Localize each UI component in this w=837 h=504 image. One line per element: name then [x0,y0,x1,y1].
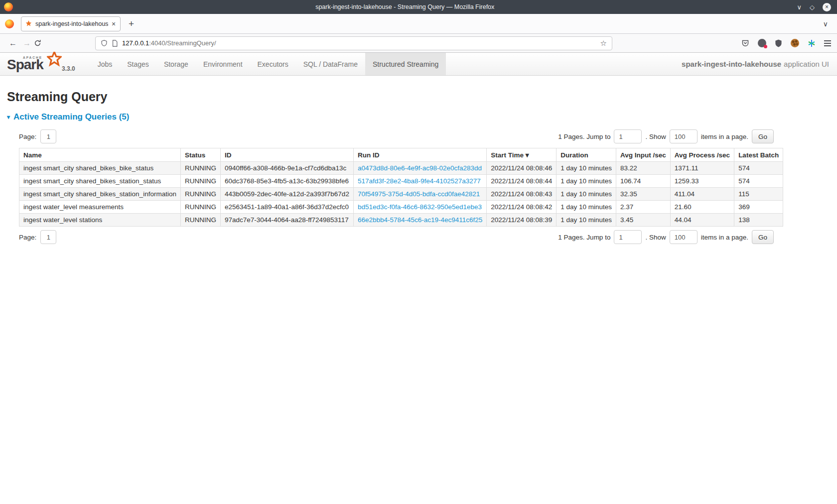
query-avg-input: 83.22 [616,162,671,175]
show-label: . Show [645,133,666,140]
tab-structured-streaming[interactable]: Structured Streaming [365,53,446,75]
url-text[interactable]: 127.0.0.1:4040/StreamingQuery/ [122,39,596,47]
column-header-name[interactable]: Name [19,148,181,162]
query-avg-input: 2.37 [616,201,671,214]
extension-asterisk-icon[interactable] [808,39,816,47]
query-status: RUNNING [180,162,220,175]
spark-favicon [25,20,32,27]
list-tabs-icon[interactable]: ∨ [823,20,828,28]
spark-navbar: APACHE Spark 3.3.0 Jobs Stages Storage E… [0,53,837,76]
spark-star-icon [47,52,62,67]
maximize-icon[interactable]: ◇ [810,3,815,11]
items-per-page-input[interactable] [670,230,698,244]
url-bar[interactable]: 127.0.0.1:4040/StreamingQuery/ ☆ [95,36,612,50]
window-titlebar: spark-ingest-into-lakehouse - Streaming … [0,0,837,14]
page-input[interactable] [40,129,56,143]
query-id: 60dc3768-85e3-4fb5-a13c-63b29938bfe6 [220,175,353,188]
go-button[interactable]: Go [752,129,774,143]
close-icon[interactable]: × [823,3,831,11]
tab-jobs[interactable]: Jobs [90,53,120,75]
tab-environment[interactable]: Environment [196,53,250,75]
page-input[interactable] [40,230,56,244]
forward-icon[interactable]: → [20,39,34,48]
tab-storage[interactable]: Storage [156,53,196,75]
run-id-link[interactable]: a0473d8d-80e6-4e9f-ac98-02e0cfa283dd [358,164,482,172]
query-duration: 1 day 10 minutes [557,162,616,175]
query-avg-input: 106.74 [616,175,671,188]
query-latest-batch: 138 [734,214,783,227]
jump-to-input[interactable] [614,230,642,244]
query-start-time: 2022/11/24 08:08:39 [487,214,557,227]
cookie-icon[interactable] [791,39,799,47]
browser-tab-bar: spark-ingest-into-lakehous × + ∨ [0,14,837,34]
run-id-link[interactable]: bd51ed3c-f0fa-46c6-8632-950e5ed1ebe3 [358,203,482,211]
menu-icon[interactable] [824,40,831,46]
column-header-duration[interactable]: Duration [557,148,616,162]
pages-count-label: 1 Pages. Jump to [558,133,610,140]
browser-tab[interactable]: spark-ingest-into-lakehous × [21,16,121,31]
firefox-icon [4,2,13,11]
column-header-avg-input[interactable]: Avg Input /sec [616,148,671,162]
column-header-status[interactable]: Status [180,148,220,162]
application-label: spark-ingest-into-lakehouse application … [682,53,837,75]
show-label: . Show [645,234,666,241]
items-per-page-input[interactable] [670,129,698,143]
window-controls: ∨ ◇ × [797,3,831,11]
browser-toolbar: ← → 127.0.0.1:4040/StreamingQuery/ ☆ [0,34,837,53]
ublock-icon[interactable] [775,39,782,47]
bookmark-star-icon[interactable]: ☆ [600,39,607,48]
column-header-run-id[interactable]: Run ID [353,148,486,162]
query-avg-process: 21.60 [670,201,734,214]
query-latest-batch: 574 [734,175,783,188]
firefox-icon[interactable] [5,19,14,28]
items-label: items in a page. [701,133,748,140]
column-header-avg-process[interactable]: Avg Process /sec [670,148,734,162]
tab-executors[interactable]: Executors [250,53,296,75]
reload-icon[interactable] [34,39,41,47]
query-duration: 1 day 10 minutes [557,175,616,188]
table-row: ingest water_level measurements RUNNING … [19,201,783,214]
run-id-link[interactable]: 70f54975-375d-4d05-bdfa-ccd0fae42821 [358,190,480,198]
query-avg-process: 1371.11 [670,162,734,175]
query-id: 97adc7e7-3044-4064-aa28-ff7249853117 [220,214,353,227]
application-name: spark-ingest-into-lakehouse [682,60,781,68]
table-row: ingest smart_city shared_bikes_bike_stat… [19,162,783,175]
pocket-icon[interactable] [741,39,749,47]
query-name: ingest water_level stations [19,214,181,227]
query-status: RUNNING [180,175,220,188]
back-icon[interactable]: ← [6,39,20,48]
column-header-id[interactable]: ID [220,148,353,162]
tab-close-icon[interactable]: × [112,20,116,28]
run-id-link[interactable]: 517afd3f-28e2-4ba8-9fe4-4102527a3277 [358,177,481,185]
query-status: RUNNING [180,214,220,227]
new-tab-button[interactable]: + [129,19,134,28]
query-start-time: 2022/11/24 08:08:44 [487,175,557,188]
page-info-icon[interactable] [112,40,118,47]
query-latest-batch: 369 [734,201,783,214]
run-id-link[interactable]: 66e2bbb4-5784-45c6-ac19-4ec9411c6f25 [358,216,482,224]
application-suffix: application UI [784,60,829,68]
tab-stages[interactable]: Stages [120,53,156,75]
query-avg-input: 3.45 [616,214,671,227]
shield-permissions-icon[interactable] [101,40,108,47]
column-header-start-time[interactable]: Start Time ▾ [487,148,557,162]
spark-version: 3.3.0 [62,65,75,72]
multi-account-icon[interactable] [758,39,766,47]
query-avg-input: 32.35 [616,188,671,201]
minimize-icon[interactable]: ∨ [797,3,802,11]
query-latest-batch: 574 [734,162,783,175]
tab-title: spark-ingest-into-lakehous [35,20,108,27]
pages-count-label: 1 Pages. Jump to [558,234,610,241]
active-queries-section-header[interactable]: ▾ Active Streaming Queries (5) [7,112,830,122]
table-row: ingest water_level stations RUNNING 97ad… [19,214,783,227]
column-header-latest-batch[interactable]: Latest Batch [734,148,783,162]
query-avg-process: 411.04 [670,188,734,201]
active-queries-section: Page: 1 Pages. Jump to . Show items in a… [19,126,774,248]
query-start-time: 2022/11/24 08:08:43 [487,188,557,201]
go-button[interactable]: Go [752,230,774,244]
spark-logo[interactable]: APACHE Spark 3.3.0 [0,53,82,75]
query-id: 0940ff66-a308-466b-9e1a-cf7cd6dba13c [220,162,353,175]
tab-sql-dataframe[interactable]: SQL / DataFrame [296,53,365,75]
jump-to-input[interactable] [614,129,642,143]
table-row: ingest smart_city shared_bikes_station_s… [19,175,783,188]
